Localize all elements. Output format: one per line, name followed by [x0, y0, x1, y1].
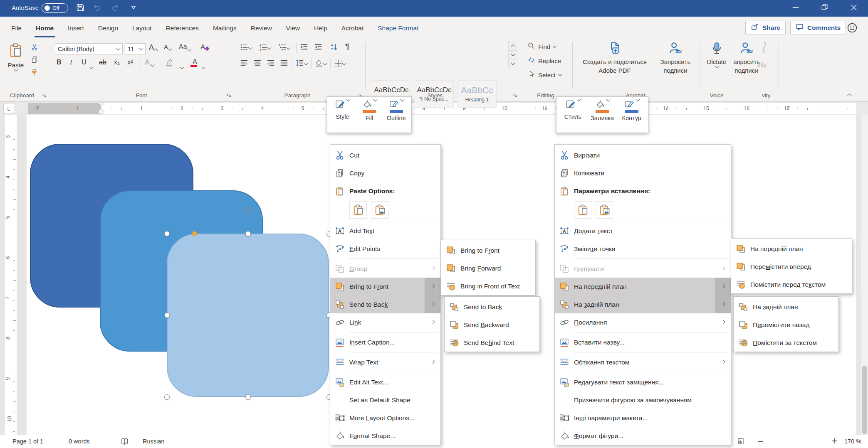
find-button[interactable]: Find	[527, 42, 556, 51]
menu-item-edit-alt-text[interactable]: Edit Alt Text...	[330, 373, 440, 391]
tab-review[interactable]: Review	[244, 17, 279, 39]
paste-option-paste-keep-formatting[interactable]	[349, 201, 367, 219]
zoom-level[interactable]: 170 %	[844, 438, 861, 445]
menu-item-more-layout-options[interactable]: More Layout Options...	[330, 409, 440, 427]
align-center-button[interactable]	[253, 59, 262, 69]
numbering-button[interactable]: 123	[259, 43, 271, 54]
collapse-ribbon-button[interactable]	[848, 92, 851, 100]
menu-item-cut[interactable]: Cut	[330, 146, 440, 164]
menu-item-set-default-shape[interactable]: Set as Default Shape	[330, 391, 440, 409]
tab-acrobat[interactable]: Acrobat	[334, 17, 371, 39]
underline-button[interactable]: U	[82, 59, 87, 66]
hanging-indent-marker[interactable]	[99, 108, 104, 111]
borders-button[interactable]	[334, 59, 346, 69]
menu-item-format-shape[interactable]: Format Shape...	[330, 427, 440, 445]
menu-item-add-text[interactable]: AAdd Text	[330, 222, 440, 240]
menu-item-send-to-back[interactable]: На задній план	[555, 295, 731, 313]
menu-item-wrap-text[interactable]: Обтікання текстом	[555, 353, 731, 371]
paste-option-paste-as-picture[interactable]	[371, 201, 388, 219]
share-button[interactable]: Share	[745, 21, 786, 35]
menu-item-add-text[interactable]: AДодати текст	[555, 222, 731, 240]
proofing-status-button[interactable]	[121, 437, 129, 447]
format-painter-button[interactable]	[28, 68, 41, 79]
zoom-out-button[interactable]	[758, 441, 763, 442]
font-dialog-launcher[interactable]	[226, 92, 233, 99]
request-signatures-button[interactable]: Запросить подписи	[654, 41, 697, 75]
restore-button[interactable]	[813, 0, 837, 17]
styles-scroll-down-button[interactable]	[509, 50, 517, 59]
minimize-button[interactable]	[784, 0, 808, 17]
left-indent-marker[interactable]	[99, 111, 104, 113]
shape-style-button[interactable]: Style	[329, 99, 356, 131]
menu-item-send-behind-text[interactable]: Send Behind Text	[445, 334, 539, 352]
multilevel-list-button[interactable]	[278, 43, 290, 54]
menu-item-copy[interactable]: Copy	[330, 164, 440, 182]
tab-layout[interactable]: Layout	[125, 17, 159, 39]
customize-quick-access-button[interactable]	[127, 2, 140, 14]
justify-button[interactable]	[279, 59, 289, 69]
zoom-in-button[interactable]	[832, 438, 837, 443]
dictate-button[interactable]: Dictate	[704, 41, 730, 68]
selection-handle-6[interactable]	[245, 394, 251, 400]
decrease-indent-button[interactable]	[299, 43, 309, 54]
menu-item-wrap-text[interactable]: Wrap Text	[330, 353, 440, 371]
page-indicator[interactable]: Page 1 of 1	[12, 438, 43, 445]
menu-item-cut[interactable]: Вирізати	[555, 146, 731, 164]
menu-item-bring-to-front[interactable]: Bring to Front	[330, 278, 440, 295]
shrink-font-button[interactable]: A	[164, 43, 171, 50]
language-indicator[interactable]: Russian	[143, 438, 164, 445]
menu-item-link[interactable]: Link	[330, 313, 440, 331]
bold-button[interactable]: B	[57, 59, 62, 66]
menu-item-bring-in-front-of-text[interactable]: Bring in Front of Text	[441, 277, 535, 295]
menu-item-bring-forward[interactable]: Перемістити вперед	[731, 258, 852, 276]
autosave-toggle[interactable]: Off	[42, 3, 68, 13]
shape-fill-button-ru[interactable]: Заливка	[588, 99, 617, 131]
menu-item-more-layout-options[interactable]: Інші параметри макета...	[555, 409, 731, 427]
paste-button[interactable]: Paste	[5, 42, 27, 71]
tab-selector[interactable]: L	[3, 103, 14, 114]
menu-item-copy[interactable]: Копіювати	[555, 164, 731, 182]
shape-fill-button[interactable]: Fill	[356, 99, 383, 131]
menu-item-bring-to-front[interactable]: Bring to Front	[441, 241, 535, 259]
tab-design[interactable]: Design	[91, 17, 125, 39]
highlight-color-button[interactable]	[165, 58, 174, 69]
word-count[interactable]: 0 words	[69, 438, 90, 445]
font-color-button[interactable]: A	[190, 59, 197, 67]
menu-item-send-to-back[interactable]: Send to Back	[445, 298, 539, 316]
select-button[interactable]: Select	[527, 70, 561, 79]
clipboard-dialog-launcher[interactable]	[42, 92, 48, 99]
menu-item-bring-to-front[interactable]: На передній план	[555, 278, 731, 295]
tab-references[interactable]: References	[159, 17, 206, 39]
shape-outline-button[interactable]: Outline	[383, 99, 410, 131]
menu-item-paste-options[interactable]: Параметри вставлення:	[555, 182, 731, 200]
line-spacing-button[interactable]	[295, 59, 307, 69]
underline-dropdown[interactable]	[90, 63, 93, 70]
comments-button[interactable]: Comments	[790, 21, 846, 35]
menu-item-paste-options[interactable]: Paste Options:	[330, 182, 440, 200]
menu-item-set-default-shape[interactable]: Призначити фігурою за замовчуванням	[555, 391, 731, 409]
menu-item-bring-to-front[interactable]: На передній план	[731, 240, 852, 258]
shape-style-button-ru[interactable]: Стиль	[558, 99, 588, 131]
align-left-button[interactable]	[240, 59, 249, 69]
tab-home[interactable]: Home	[29, 17, 61, 39]
menu-item-bring-forward[interactable]: Bring Forward	[441, 259, 535, 277]
menu-item-format-shape[interactable]: Формат фігури...	[555, 427, 731, 445]
selection-handle-0[interactable]	[164, 231, 170, 236]
styles-more-button[interactable]	[509, 59, 517, 68]
copy-button[interactable]	[28, 55, 41, 66]
web-layout-button[interactable]	[737, 438, 744, 446]
menu-item-insert-caption[interactable]: Insert Caption...	[330, 333, 440, 351]
menu-item-edit-points[interactable]: Edit Points	[330, 240, 440, 258]
undo-button[interactable]	[91, 2, 103, 14]
clear-formatting-button[interactable]: A	[200, 43, 209, 52]
menu-item-link[interactable]: Посилання	[555, 313, 731, 331]
menu-item-send-to-back[interactable]: Send to Back	[330, 295, 440, 313]
paste-option-paste-as-picture[interactable]	[596, 201, 613, 219]
font-color-dropdown[interactable]	[202, 63, 205, 70]
redo-button[interactable]	[109, 2, 121, 14]
tab-mailings[interactable]: Mailings	[206, 17, 244, 39]
shape-outline-button-ru[interactable]: Контур	[617, 99, 646, 131]
menu-item-bring-in-front-of-text[interactable]: Помістити перед текстом	[731, 276, 852, 293]
strikethrough-button[interactable]: ab	[99, 59, 106, 66]
shading-button[interactable]	[314, 59, 326, 69]
